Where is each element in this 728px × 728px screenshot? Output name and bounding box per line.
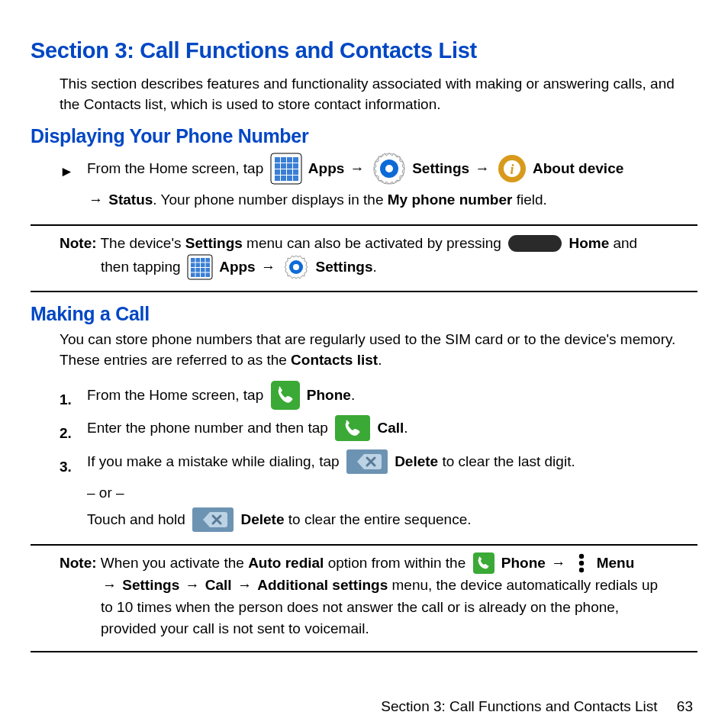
svg-rect-29 bbox=[191, 263, 195, 268]
step-2: 2. Enter the phone number and then tap C… bbox=[60, 414, 697, 447]
text: field. bbox=[512, 192, 546, 208]
step-3: 3. If you make a mistake while dialing, … bbox=[60, 447, 697, 481]
subheading-making-call: Making a Call bbox=[31, 303, 697, 325]
menu-dots-icon bbox=[573, 552, 590, 575]
arrow-icon: → bbox=[261, 259, 279, 275]
label-phone: Phone bbox=[307, 387, 351, 403]
footer-section: Section 3: Call Functions and Contacts L… bbox=[381, 698, 657, 714]
svg-point-42 bbox=[293, 264, 299, 270]
text: . Your phone number displays in the bbox=[153, 192, 387, 208]
svg-rect-6 bbox=[281, 163, 286, 169]
svg-rect-7 bbox=[287, 163, 292, 169]
label-phone: Phone bbox=[501, 555, 546, 571]
svg-rect-23 bbox=[508, 235, 562, 252]
svg-rect-12 bbox=[293, 169, 298, 175]
svg-rect-14 bbox=[281, 176, 286, 181]
label-settings: Settings bbox=[185, 235, 243, 251]
label-my-phone-number: My phone number bbox=[388, 192, 513, 208]
svg-rect-44 bbox=[335, 415, 370, 441]
arrow-icon: → bbox=[475, 160, 489, 176]
section-title: Section 3: Call Functions and Contacts L… bbox=[31, 38, 697, 63]
svg-text:i: i bbox=[510, 162, 514, 177]
label-apps: Apps bbox=[308, 160, 345, 176]
svg-rect-27 bbox=[201, 258, 205, 263]
subheading-display-number: Displaying Your Phone Number bbox=[31, 125, 697, 147]
divider bbox=[31, 224, 697, 226]
text: . bbox=[372, 259, 376, 275]
note-auto-redial: Note: When you activate the Auto redial … bbox=[60, 552, 668, 640]
note-label: Note: bbox=[60, 555, 97, 571]
text: . bbox=[404, 420, 407, 436]
label-menu: Menu bbox=[597, 555, 635, 571]
text: option from within the bbox=[324, 555, 469, 571]
text: From the Home screen, tap bbox=[87, 387, 268, 403]
label-call: Call bbox=[377, 420, 404, 436]
label-delete: Delete bbox=[395, 453, 438, 469]
text: menu can also be activated by pressing bbox=[243, 235, 505, 251]
text: to clear the entire sequence. bbox=[284, 511, 471, 527]
text: If you make a mistake while dialing, tap bbox=[87, 453, 343, 469]
arrow-icon: → bbox=[185, 577, 204, 593]
text: . bbox=[351, 387, 355, 403]
svg-rect-11 bbox=[287, 169, 292, 175]
label-additional-settings: Additional settings bbox=[257, 577, 388, 593]
svg-rect-38 bbox=[195, 273, 200, 278]
phone-app-icon bbox=[472, 552, 495, 575]
info-about-icon: i bbox=[498, 154, 527, 183]
label-about-device: About device bbox=[533, 160, 623, 176]
step-number: 1. bbox=[60, 380, 87, 414]
arrow-icon: → bbox=[102, 577, 121, 593]
svg-rect-40 bbox=[205, 273, 210, 278]
svg-rect-4 bbox=[293, 157, 298, 163]
svg-rect-31 bbox=[201, 263, 205, 268]
arrow-icon: → bbox=[237, 577, 256, 593]
svg-rect-34 bbox=[195, 268, 200, 272]
svg-rect-51 bbox=[473, 552, 494, 574]
svg-rect-10 bbox=[281, 169, 286, 175]
settings-gear-icon bbox=[372, 152, 406, 185]
apps-grid-icon bbox=[270, 153, 302, 185]
step-3-alt: Touch and hold Delete to clear the entir… bbox=[87, 505, 697, 533]
svg-rect-16 bbox=[293, 176, 298, 181]
label-status: Status bbox=[108, 192, 153, 208]
text: then tapping bbox=[101, 259, 185, 275]
label-home: Home bbox=[569, 235, 609, 251]
delete-backspace-icon bbox=[346, 449, 388, 475]
step-number: 2. bbox=[60, 414, 87, 447]
page-footer: Section 3: Call Functions and Contacts L… bbox=[31, 698, 697, 715]
svg-rect-2 bbox=[281, 157, 286, 163]
text: When you activate the bbox=[97, 555, 249, 571]
delete-backspace-icon bbox=[192, 507, 234, 533]
svg-point-19 bbox=[385, 165, 393, 172]
svg-rect-32 bbox=[205, 263, 210, 268]
note-label: Note: bbox=[60, 235, 97, 251]
svg-rect-36 bbox=[205, 268, 210, 272]
svg-rect-26 bbox=[195, 258, 200, 263]
svg-rect-3 bbox=[287, 157, 292, 163]
svg-rect-33 bbox=[191, 268, 195, 272]
svg-point-55 bbox=[579, 568, 584, 572]
text: Enter the phone number and then tap bbox=[87, 420, 332, 436]
note-settings-alt: Note: The device's Settings menu can als… bbox=[60, 232, 668, 280]
label-auto-redial: Auto redial bbox=[248, 555, 324, 571]
making-call-intro: You can store phone numbers that are reg… bbox=[60, 330, 697, 370]
text: to clear the last digit. bbox=[438, 453, 575, 469]
divider bbox=[31, 544, 697, 546]
arrow-icon: → bbox=[89, 192, 103, 208]
apps-grid-icon bbox=[187, 254, 213, 280]
call-button-icon bbox=[334, 414, 371, 442]
label-settings: Settings bbox=[122, 577, 179, 593]
arrow-icon: → bbox=[350, 160, 365, 176]
svg-rect-13 bbox=[275, 176, 280, 181]
svg-rect-5 bbox=[275, 163, 280, 169]
svg-rect-39 bbox=[201, 273, 205, 278]
text: and bbox=[609, 235, 637, 251]
play-bullet-icon: ► bbox=[60, 152, 87, 185]
text: From the Home screen, tap bbox=[87, 160, 268, 176]
text: The device's bbox=[97, 235, 185, 251]
home-button-icon bbox=[507, 234, 562, 253]
phone-app-icon bbox=[270, 380, 301, 411]
svg-rect-37 bbox=[191, 273, 195, 278]
label-apps: Apps bbox=[219, 259, 256, 275]
settings-gear-icon bbox=[283, 254, 309, 280]
